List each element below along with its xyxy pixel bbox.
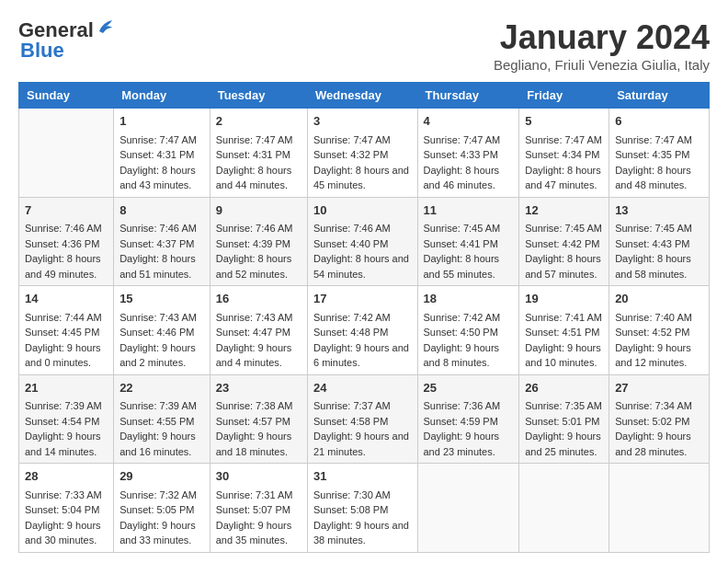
calendar-cell: 5Sunrise: 7:47 AMSunset: 4:34 PMDaylight… — [519, 109, 609, 198]
daylight-text: Daylight: 9 hours and 6 minutes. — [313, 340, 412, 371]
title-area: January 2024 Begliano, Friuli Venezia Gi… — [494, 18, 710, 73]
sunset-text: Sunset: 4:40 PM — [313, 236, 412, 252]
sunrise-text: Sunrise: 7:46 AM — [25, 221, 108, 236]
daylight-text: Daylight: 8 hours and 45 minutes. — [313, 163, 412, 193]
calendar-cell — [417, 464, 519, 553]
calendar-cell: 1Sunrise: 7:47 AMSunset: 4:31 PMDaylight… — [114, 109, 210, 198]
sunrise-text: Sunrise: 7:31 AM — [216, 488, 301, 503]
sunset-text: Sunset: 4:34 PM — [525, 147, 603, 163]
day-number: 20 — [615, 290, 703, 308]
calendar-cell: 25Sunrise: 7:36 AMSunset: 4:59 PMDayligh… — [417, 374, 519, 464]
daylight-text: Daylight: 9 hours and 38 minutes. — [313, 518, 412, 548]
sunrise-text: Sunrise: 7:34 AM — [615, 398, 703, 414]
day-number: 4 — [424, 112, 514, 131]
day-number: 21 — [25, 379, 108, 397]
sunrise-text: Sunrise: 7:45 AM — [525, 221, 603, 236]
calendar-cell: 26Sunrise: 7:35 AMSunset: 5:01 PMDayligh… — [519, 374, 609, 464]
sunrise-text: Sunrise: 7:42 AM — [424, 310, 514, 326]
sunset-text: Sunset: 4:47 PM — [216, 325, 301, 340]
calendar-week-row: 7Sunrise: 7:46 AMSunset: 4:36 PMDaylight… — [19, 197, 710, 286]
page-header: General Blue January 2024 Begliano, Friu… — [18, 18, 710, 73]
calendar-cell: 30Sunrise: 7:31 AMSunset: 5:07 PMDayligh… — [210, 464, 307, 553]
daylight-text: Daylight: 9 hours and 25 minutes. — [525, 429, 603, 459]
sunset-text: Sunset: 5:08 PM — [313, 502, 412, 518]
sunrise-text: Sunrise: 7:39 AM — [25, 398, 108, 414]
day-number: 3 — [313, 112, 412, 131]
daylight-text: Daylight: 8 hours and 55 minutes. — [424, 251, 514, 282]
calendar-cell: 14Sunrise: 7:44 AMSunset: 4:45 PMDayligh… — [19, 286, 114, 375]
sunrise-text: Sunrise: 7:40 AM — [615, 310, 703, 326]
sunrise-text: Sunrise: 7:42 AM — [313, 310, 412, 326]
day-number: 18 — [424, 290, 514, 308]
sunset-text: Sunset: 4:31 PM — [216, 147, 301, 163]
calendar-cell: 10Sunrise: 7:46 AMSunset: 4:40 PMDayligh… — [308, 197, 418, 286]
calendar-cell: 23Sunrise: 7:38 AMSunset: 4:57 PMDayligh… — [210, 374, 307, 464]
calendar-week-row: 1Sunrise: 7:47 AMSunset: 4:31 PMDaylight… — [19, 109, 710, 198]
calendar-cell: 22Sunrise: 7:39 AMSunset: 4:55 PMDayligh… — [114, 374, 210, 464]
sunrise-text: Sunrise: 7:36 AM — [424, 398, 514, 414]
sunrise-text: Sunrise: 7:47 AM — [216, 132, 301, 148]
day-number: 28 — [25, 467, 108, 486]
sunrise-text: Sunrise: 7:35 AM — [525, 398, 603, 414]
sunset-text: Sunset: 5:02 PM — [615, 414, 703, 430]
month-title: January 2024 — [494, 18, 710, 57]
sunset-text: Sunset: 4:37 PM — [119, 236, 204, 252]
logo-blue-text: Blue — [20, 39, 64, 63]
daylight-text: Daylight: 9 hours and 12 minutes. — [615, 340, 703, 371]
sunrise-text: Sunrise: 7:43 AM — [119, 310, 204, 326]
daylight-text: Daylight: 9 hours and 28 minutes. — [615, 429, 703, 459]
sunset-text: Sunset: 4:50 PM — [424, 325, 514, 340]
sunset-text: Sunset: 4:59 PM — [424, 414, 514, 430]
daylight-text: Daylight: 8 hours and 48 minutes. — [615, 163, 703, 193]
sunrise-text: Sunrise: 7:46 AM — [119, 221, 204, 236]
daylight-text: Daylight: 9 hours and 18 minutes. — [216, 429, 301, 459]
calendar-cell — [19, 109, 114, 198]
day-number: 12 — [525, 201, 603, 220]
daylight-text: Daylight: 9 hours and 2 minutes. — [119, 340, 204, 371]
sunset-text: Sunset: 4:42 PM — [525, 236, 603, 252]
day-number: 24 — [313, 379, 412, 397]
sunset-text: Sunset: 4:33 PM — [424, 147, 514, 163]
calendar-cell: 4Sunrise: 7:47 AMSunset: 4:33 PMDaylight… — [417, 109, 519, 198]
day-number: 22 — [119, 379, 204, 397]
sunrise-text: Sunrise: 7:46 AM — [216, 221, 301, 236]
weekday-header-tuesday: Tuesday — [210, 83, 307, 109]
sunset-text: Sunset: 4:41 PM — [424, 236, 514, 252]
daylight-text: Daylight: 9 hours and 8 minutes. — [424, 340, 514, 371]
weekday-header-friday: Friday — [519, 83, 609, 109]
weekday-header-row: SundayMondayTuesdayWednesdayThursdayFrid… — [19, 83, 710, 109]
calendar-week-row: 28Sunrise: 7:33 AMSunset: 5:04 PMDayligh… — [19, 464, 710, 553]
sunset-text: Sunset: 4:36 PM — [25, 236, 108, 252]
calendar-cell: 20Sunrise: 7:40 AMSunset: 4:52 PMDayligh… — [609, 286, 710, 375]
weekday-header-saturday: Saturday — [609, 83, 710, 109]
calendar-week-row: 21Sunrise: 7:39 AMSunset: 4:54 PMDayligh… — [19, 374, 710, 464]
calendar-cell: 27Sunrise: 7:34 AMSunset: 5:02 PMDayligh… — [609, 374, 710, 464]
calendar-cell: 9Sunrise: 7:46 AMSunset: 4:39 PMDaylight… — [210, 197, 307, 286]
location-subtitle: Begliano, Friuli Venezia Giulia, Italy — [494, 57, 710, 73]
sunrise-text: Sunrise: 7:47 AM — [615, 132, 703, 148]
sunset-text: Sunset: 4:54 PM — [25, 414, 108, 430]
calendar-cell: 15Sunrise: 7:43 AMSunset: 4:46 PMDayligh… — [114, 286, 210, 375]
calendar-cell — [609, 464, 710, 553]
sunrise-text: Sunrise: 7:47 AM — [119, 132, 204, 148]
calendar-cell: 28Sunrise: 7:33 AMSunset: 5:04 PMDayligh… — [19, 464, 114, 553]
calendar-cell: 3Sunrise: 7:47 AMSunset: 4:32 PMDaylight… — [308, 109, 418, 198]
daylight-text: Daylight: 8 hours and 58 minutes. — [615, 251, 703, 282]
day-number: 14 — [25, 290, 108, 308]
sunrise-text: Sunrise: 7:41 AM — [525, 310, 603, 326]
calendar-cell: 21Sunrise: 7:39 AMSunset: 4:54 PMDayligh… — [19, 374, 114, 464]
sunset-text: Sunset: 4:46 PM — [119, 325, 204, 340]
sunset-text: Sunset: 4:57 PM — [216, 414, 301, 430]
sunset-text: Sunset: 4:35 PM — [615, 147, 703, 163]
sunrise-text: Sunrise: 7:30 AM — [313, 488, 412, 503]
weekday-header-wednesday: Wednesday — [308, 83, 418, 109]
daylight-text: Daylight: 9 hours and 4 minutes. — [216, 340, 301, 371]
day-number: 15 — [119, 290, 204, 308]
day-number: 17 — [313, 290, 412, 308]
calendar-cell: 12Sunrise: 7:45 AMSunset: 4:42 PMDayligh… — [519, 197, 609, 286]
day-number: 9 — [216, 201, 301, 220]
day-number: 11 — [424, 201, 514, 220]
day-number: 2 — [216, 112, 301, 131]
sunset-text: Sunset: 5:04 PM — [25, 502, 108, 518]
sunset-text: Sunset: 4:51 PM — [525, 325, 603, 340]
